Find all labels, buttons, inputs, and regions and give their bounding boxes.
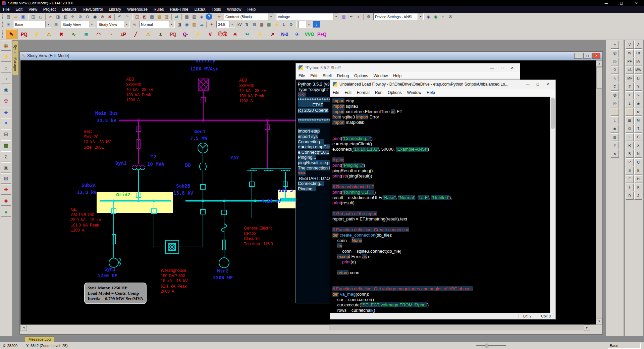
- menu-item-library[interactable]: Library: [106, 6, 124, 13]
- short-circuit-icon[interactable]: ⚡: [31, 29, 42, 39]
- maximize-button[interactable]: ▢: [614, 0, 629, 6]
- menu-item-options[interactable]: Options: [352, 72, 371, 80]
- hscroll-thumb[interactable]: [27, 325, 329, 330]
- element-button[interactable]: Σ: [611, 83, 619, 91]
- sidebar-tool-9-icon[interactable]: ⊞: [1, 129, 11, 139]
- toolbar-button-icon[interactable]: ◫: [134, 13, 141, 20]
- pq-analysis-icon[interactable]: P+Q: [316, 29, 328, 39]
- dc-short-circuit-icon[interactable]: PQ: [167, 29, 179, 39]
- meter-button[interactable]: S: [626, 167, 634, 174]
- display-mode-combo[interactable]: Normal▼: [139, 21, 175, 28]
- toolbar-button-icon[interactable]: ✳: [216, 13, 222, 20]
- insulation-coordination-icon[interactable]: ⚡: [192, 29, 204, 39]
- meter-button[interactable]: F: [626, 175, 634, 183]
- toolbar-button-icon[interactable]: ✒: [348, 13, 355, 20]
- unbalanced-load-flow-icon[interactable]: ⚠: [142, 29, 154, 39]
- editor-scroll-thumb[interactable]: [551, 98, 555, 129]
- menu-item-tools[interactable]: Tools: [209, 6, 224, 13]
- menu-item-options[interactable]: Options: [385, 89, 404, 97]
- toolbar-button-icon[interactable]: ◐: [355, 13, 362, 20]
- sidebar-tool-8-icon[interactable]: ✦: [1, 118, 11, 128]
- toolbar-button-icon[interactable]: ⊕: [77, 13, 84, 20]
- meter-button[interactable]: kA: [626, 66, 634, 74]
- toolbar-button-icon[interactable]: ↶: [116, 13, 123, 20]
- device-settings-combo[interactable]: Device Settings - ANSI▼: [373, 13, 424, 20]
- coordination-icon[interactable]: ◔: [105, 29, 117, 39]
- voltage-stability-icon[interactable]: V: [204, 29, 216, 39]
- meter-button[interactable]: Hz: [634, 49, 642, 57]
- kv-combo[interactable]: 34.5▼: [216, 21, 235, 28]
- shell-title-bar[interactable]: *Python 3.5.2 Shell* —□✕: [296, 63, 520, 72]
- toolbar-button-icon[interactable]: ☁: [198, 21, 205, 28]
- toolbar-button-icon[interactable]: ◈: [198, 13, 205, 20]
- toolbar-button-icon[interactable]: ◫: [30, 13, 37, 20]
- meter-button[interactable]: T: [634, 125, 642, 133]
- zoom-slider-thumb[interactable]: [485, 344, 488, 348]
- sidebar-tool-5-icon[interactable]: ◉: [1, 85, 11, 95]
- menu-item-file[interactable]: File: [0, 6, 12, 13]
- toolbar-button-icon[interactable]: ▩: [156, 13, 163, 20]
- chevron-down-icon[interactable]: ▼: [89, 21, 95, 28]
- sidebar-tool-1-icon[interactable]: ▦: [1, 41, 11, 51]
- minimize-button[interactable]: —: [574, 53, 582, 59]
- toolbar-button-icon[interactable]: ?: [206, 13, 212, 20]
- element-button[interactable]: Ⓜ: [611, 91, 619, 99]
- study-view-title-bar[interactable]: ✎ Study View (Edit Mode) —▢✕: [20, 52, 602, 60]
- sidebar-tool-3-icon[interactable]: ⌂: [1, 63, 11, 73]
- toolbar-button-icon[interactable]: ▥: [191, 13, 198, 20]
- close-button[interactable]: ✕: [543, 81, 553, 88]
- toolbar-button-icon[interactable]: ⌂: [440, 13, 446, 20]
- meter-button[interactable]: J: [634, 192, 642, 200]
- fast-simulation-icon[interactable]: ✈: [291, 29, 303, 39]
- menu-item-view[interactable]: View: [25, 6, 40, 13]
- scroll-left-icon[interactable]: ◄: [20, 325, 27, 331]
- chevron-down-icon[interactable]: ▼: [418, 13, 423, 20]
- meter-button[interactable]: C: [634, 133, 642, 141]
- toolbar-button-icon[interactable]: ◉: [183, 21, 190, 28]
- editor-scrollbar[interactable]: [550, 97, 555, 313]
- element-button[interactable]: ⚡: [611, 108, 619, 116]
- element-button[interactable]: ↯: [611, 150, 619, 158]
- close-button[interactable]: ✕: [592, 53, 600, 59]
- chevron-down-icon[interactable]: ▼: [268, 13, 274, 20]
- element-button[interactable]: ±: [611, 116, 619, 124]
- message-log-tab[interactable]: Message Log: [25, 336, 54, 342]
- optimal-power-flow-icon[interactable]: ⓅⓆ: [217, 29, 228, 39]
- reliability-icon[interactable]: ✳: [229, 29, 241, 39]
- sidebar-tool-10-icon[interactable]: ▩: [1, 140, 11, 150]
- meter-button[interactable]: K: [634, 184, 642, 191]
- meter-button[interactable]: ∿: [634, 91, 642, 99]
- toolbar-button-icon[interactable]: ▣: [20, 13, 26, 20]
- toolbar-button-icon[interactable]: ⇄: [173, 13, 180, 20]
- toolbar-button-icon[interactable]: ▩: [340, 13, 347, 20]
- device-duty-icon[interactable]: ✖: [55, 29, 67, 39]
- menu-item-format[interactable]: Format: [354, 89, 372, 97]
- zoom-slider[interactable]: [476, 344, 506, 348]
- meter-button[interactable]: M: [634, 116, 642, 124]
- meter-button[interactable]: P: [626, 158, 634, 166]
- close-button[interactable]: ✕: [507, 64, 517, 71]
- volt-var-optimization-icon[interactable]: VVO: [304, 29, 315, 39]
- system-manager-tab[interactable]: System Manager: [12, 41, 19, 75]
- chevron-down-icon[interactable]: ▼: [229, 21, 235, 28]
- toolbar-button-icon[interactable]: ✉: [447, 13, 454, 20]
- minimize-button[interactable]: —: [599, 0, 614, 6]
- maximize-button[interactable]: □: [533, 81, 543, 88]
- contingency-icon[interactable]: N-2: [279, 29, 290, 39]
- sidebar-tool-2-icon[interactable]: ⚡: [1, 52, 11, 62]
- menu-item-help[interactable]: Help: [390, 72, 404, 80]
- restore-button[interactable]: ▢: [583, 53, 591, 59]
- canvas-hscrollbar[interactable]: ◄ ►: [20, 325, 590, 330]
- star-tcc-icon[interactable]: ◠: [93, 29, 104, 39]
- sidebar-tool-6-icon[interactable]: ✿: [1, 96, 11, 106]
- meter-button[interactable]: Y: [634, 83, 642, 91]
- toolbar-button-icon[interactable]: Σ: [280, 21, 287, 28]
- toolbar-button-icon[interactable]: ▤: [5, 13, 12, 20]
- toolbar-button-icon[interactable]: ◨: [176, 21, 183, 28]
- meter-button[interactable]: B: [626, 150, 634, 158]
- menu-item-rules[interactable]: Rules: [151, 6, 167, 13]
- harmonic-analysis-icon[interactable]: ∿: [68, 29, 79, 39]
- toolbar-button-icon[interactable]: ◨: [55, 13, 61, 20]
- meter-button[interactable]: ▦: [626, 116, 634, 124]
- menu-item-file[interactable]: File: [330, 89, 342, 97]
